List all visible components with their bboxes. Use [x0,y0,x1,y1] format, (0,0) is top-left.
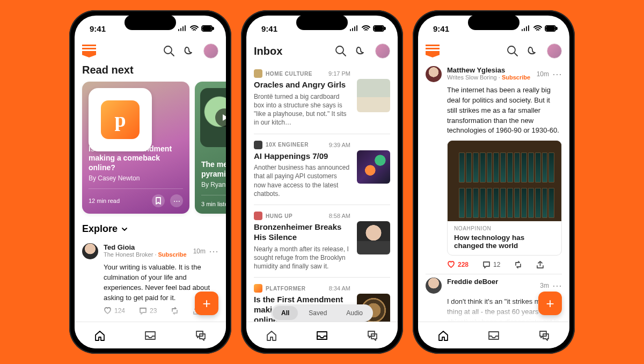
inbox-title: AI Happenings 7/09 [254,151,350,162]
chevron-down-icon [121,225,128,233]
profile-avatar[interactable] [547,43,562,59]
svg-rect-10 [556,27,557,30]
battery-icon [201,25,214,32]
author-publication: The Honest Broker · Subscribe [104,251,188,258]
note-item[interactable]: Matthew Yglesias Writes Slow Boring · Su… [426,63,562,274]
card-cover [200,88,226,147]
bookmark-icon[interactable] [152,194,165,207]
substack-logo-icon[interactable] [426,45,440,57]
author-avatar[interactable] [426,278,442,294]
svg-point-3 [164,46,172,54]
more-icon[interactable]: ⋯ [209,246,218,256]
card-duration: 3 min listen [201,201,226,207]
search-icon[interactable] [506,45,519,57]
activity-icon[interactable] [183,45,196,57]
subscribe-link[interactable]: Subscribe [502,74,530,81]
inbox-excerpt: Brontë turned a big cardboard box into a… [254,92,350,127]
phone-notes: 9:41 [413,10,575,354]
app-header [418,39,569,63]
inbox-item[interactable]: 10X ENGINEER 9:39 AM AI Happenings 7/09 … [254,134,390,206]
bottom-nav [75,322,226,348]
plus-icon: + [202,295,210,312]
author-name[interactable]: Ted Gioia [104,243,188,251]
embedded-post[interactable]: NOAHPINION How technology has changed th… [447,140,562,256]
inbox-thumbnail [357,150,390,184]
inbox-title: Oracles and Angry Girls [254,80,350,90]
inbox-thumbnail [357,221,390,254]
page-title: Inbox [254,45,282,57]
nav-home-icon[interactable] [265,329,279,343]
nav-inbox-icon[interactable] [315,329,329,343]
like-button[interactable]: 228 [447,261,469,268]
compose-fab[interactable]: + [538,292,562,315]
filter-saved[interactable]: Saved [300,306,335,320]
publication-icon [254,284,262,293]
bottom-nav [418,322,569,348]
dynamic-island [468,15,519,30]
author-name[interactable]: Matthew Yglesias [447,66,531,74]
filter-audio[interactable]: Audio [338,306,371,320]
svg-point-11 [508,46,515,54]
profile-avatar[interactable] [203,43,218,59]
author-avatar[interactable] [426,66,442,82]
more-icon[interactable]: ⋯ [552,69,562,79]
inbox-item[interactable]: HOME CULTURE 9:17 PM Oracles and Angry G… [254,63,390,134]
explore-heading[interactable]: Explore [82,223,218,235]
read-next-card[interactable]: The memetic lang pyramid scheme By Ryan … [195,82,226,214]
author-avatar[interactable] [82,243,98,259]
svg-rect-1 [203,27,211,30]
compose-fab[interactable]: + [195,292,218,315]
nav-home-icon[interactable] [93,329,107,343]
read-next-carousel[interactable]: Is the First Amendment making a comeback… [82,82,218,214]
publication-name: PLATFORMER [266,286,306,292]
inbox-excerpt: Another business has announced that all … [254,163,350,198]
substack-logo-icon[interactable] [82,45,96,57]
nav-chat-icon[interactable] [194,329,208,343]
more-icon[interactable]: ⋯ [552,281,562,290]
dynamic-island [296,15,348,30]
comment-button[interactable]: 23 [139,307,157,315]
activity-icon[interactable] [526,45,539,57]
nav-home-icon[interactable] [436,329,450,343]
publication-name: HOME CULTURE [266,71,312,77]
activity-icon[interactable] [355,45,368,57]
restack-button[interactable] [514,261,522,268]
note-time: 10m [537,70,549,78]
card-author: By Casey Newton [89,174,183,182]
like-button[interactable]: 124 [104,307,125,315]
restack-button[interactable] [171,307,179,315]
search-icon[interactable] [163,45,175,57]
nav-inbox-icon[interactable] [143,329,157,343]
embed-image [448,141,561,221]
inbox-time: 8:58 AM [329,213,350,219]
embed-publication: NOAHPINION [448,221,561,231]
signal-icon [178,25,187,32]
comment-button[interactable]: 12 [482,261,500,268]
inbox-excerpt: Nearly a month after its release, I soug… [254,245,350,271]
note-body: The internet has been a really big deal … [447,85,562,136]
note-time: 3m [540,282,549,289]
inbox-time: 9:17 PM [328,70,350,77]
publication-icon [254,141,262,149]
share-button[interactable] [536,261,544,268]
card-title: The memetic lang pyramid scheme [201,160,226,179]
note-time: 10m [193,247,206,255]
nav-chat-icon[interactable] [537,329,551,343]
nav-chat-icon[interactable] [365,329,379,343]
more-icon[interactable]: ⋯ [170,194,183,207]
author-name[interactable]: Freddie deBoer [447,278,535,286]
inbox-item[interactable]: HUNG UP 8:58 AM Bronzenheimer Breaks His… [254,205,390,278]
play-icon[interactable] [215,108,226,127]
inbox-title: Bronzenheimer Breaks His Silence [254,222,350,243]
nav-inbox-icon[interactable] [487,329,501,343]
signal-icon [349,25,359,32]
subscribe-link[interactable]: Subscribe [158,251,187,258]
dynamic-island [125,15,176,30]
read-next-card[interactable]: Is the First Amendment making a comeback… [82,82,189,214]
publication-name: HUNG UP [266,213,292,219]
filter-all[interactable]: All [273,306,298,320]
profile-avatar[interactable] [375,43,390,59]
search-icon[interactable] [334,45,347,57]
svg-point-7 [336,46,343,54]
svg-rect-2 [213,27,214,30]
